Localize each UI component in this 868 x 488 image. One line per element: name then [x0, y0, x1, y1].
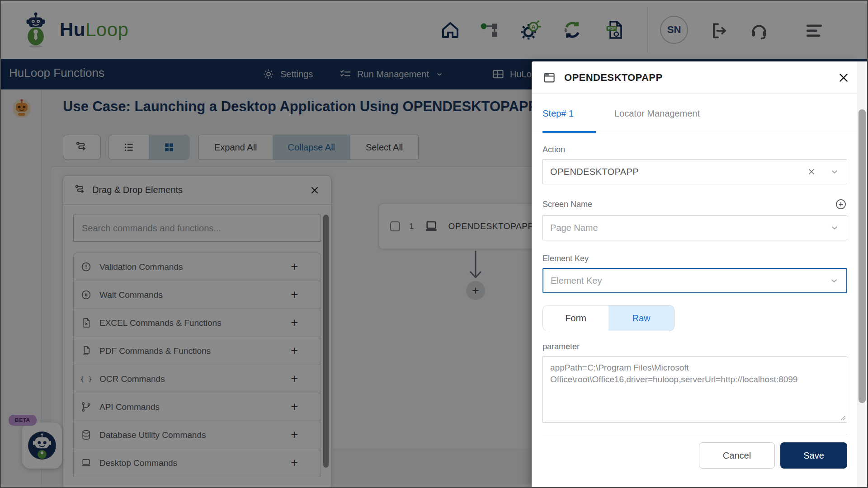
parameter-textarea[interactable]: appPath=C:\Program Files\Microsoft Offic…: [542, 356, 847, 423]
mode-raw-button[interactable]: Raw: [609, 305, 674, 331]
parameter-field-wrapper: appPath=C:\Program Files\Microsoft Offic…: [542, 356, 847, 423]
plus-circle-icon: [835, 198, 847, 211]
parameter-mode-toggle: Form Raw: [542, 305, 675, 331]
close-icon: [837, 71, 850, 84]
app-window-icon: [542, 71, 556, 84]
screen-name-placeholder: Page Name: [550, 223, 830, 233]
page-scrollbar[interactable]: [857, 61, 867, 487]
panel-header: OPENDESKTOPAPP: [532, 61, 858, 94]
panel-close-button[interactable]: [837, 71, 850, 84]
screen-name-label: Screen Name: [542, 200, 592, 209]
tab-locator-management[interactable]: Locator Management: [614, 108, 700, 119]
element-key-placeholder: Element Key: [551, 276, 829, 286]
action-select[interactable]: OPENDESKTOPAPP: [542, 159, 847, 184]
tab-step-1[interactable]: Step# 1: [542, 108, 574, 119]
panel-title: OPENDESKTOPAPP: [564, 72, 663, 84]
app-window: HuLoop A: [0, 0, 868, 488]
page-scrollbar-thumb[interactable]: [859, 109, 866, 403]
save-button[interactable]: Save: [780, 442, 847, 469]
add-screen-button[interactable]: [835, 198, 847, 211]
chevron-down-icon: [830, 223, 840, 233]
chevron-down-icon: [829, 276, 839, 286]
parameter-label: parameter: [542, 342, 847, 352]
step-config-panel: OPENDESKTOPAPP Step# 1 Locator Managemen…: [532, 61, 858, 487]
panel-tabs: Step# 1 Locator Management: [532, 94, 858, 133]
screen-name-select[interactable]: Page Name: [542, 215, 847, 240]
cancel-button[interactable]: Cancel: [699, 442, 775, 469]
action-clear-button[interactable]: [807, 167, 816, 176]
element-key-select[interactable]: Element Key: [542, 268, 847, 293]
active-tab-underline: [542, 131, 596, 133]
chevron-down-icon: [830, 167, 840, 177]
element-key-label: Element Key: [542, 254, 847, 263]
action-value: OPENDESKTOPAPP: [550, 167, 807, 177]
panel-footer: Cancel Save: [542, 434, 847, 477]
action-label: Action: [542, 145, 847, 155]
mode-form-button[interactable]: Form: [543, 305, 609, 331]
panel-body: Action OPENDESKTOPAPP Screen Name: [532, 145, 858, 477]
screen-name-label-row: Screen Name: [542, 198, 847, 211]
clear-x-icon: [807, 167, 816, 176]
